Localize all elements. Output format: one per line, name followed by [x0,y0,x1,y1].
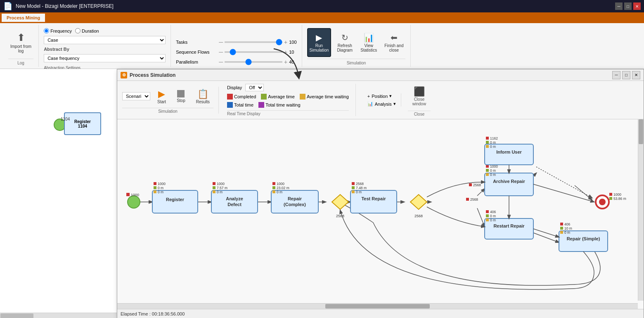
modal-title: ⚙ Process Simulation [121,72,175,78]
duration-radio-label[interactable]: Duration [75,28,99,33]
pm-scroll-thumb [0,313,33,318]
modal-minimize[interactable]: ─ [612,71,620,79]
frequency-radio-label[interactable]: Frequency [44,28,72,33]
svg-rect-34 [272,186,275,189]
par-minus[interactable]: ─ [219,59,223,65]
run-simulation-button[interactable]: ▶ RunSimulation [307,28,331,57]
modal-maximize[interactable]: □ [622,71,630,79]
svg-rect-57 [486,141,489,144]
sequence-flows-slider-row: Sequence Flows ─ + 10 [176,49,296,55]
start-label: Start [157,100,166,104]
pm-register-node: Register1104 [64,112,101,135]
svg-rect-44 [352,190,355,193]
svg-line-82 [533,184,594,202]
ribbon-content: ⬆ Import fromlog Log Frequency Duration [0,23,644,69]
duration-radio[interactable] [75,28,80,33]
legend-avg-waiting: Average time waiting [300,94,349,100]
sim-group: Scenari ▶ Start Stop 📋 Results S [122,87,219,114]
import-from-log-button[interactable]: ⬆ Import fromlog [8,28,33,57]
svg-text:0 m: 0 m [490,214,496,218]
seq-plus[interactable]: + [284,49,287,55]
scenario-select[interactable]: Scenari [122,92,150,100]
svg-text:Analyze: Analyze [226,196,243,201]
total-time-color [227,102,233,108]
close-button[interactable]: ✕ [633,2,641,10]
window-title: New Model - Bizagi Modeler [ENTERPRISE] [16,3,114,9]
seq-minus[interactable]: ─ [219,49,223,55]
tasks-plus[interactable]: + [284,39,287,45]
position-label: Position [372,94,388,99]
svg-rect-48 [486,165,489,168]
svg-text:Register: Register [166,197,185,202]
refresh-diagram-button[interactable]: ↻ RefreshDiagram [334,28,355,57]
case-select[interactable]: Case [44,36,166,44]
modal-scrollbar-horizontal[interactable] [117,303,638,309]
svg-rect-28 [213,190,215,193]
tasks-label: Tasks [176,40,217,45]
start-button[interactable]: ▶ Start [154,87,170,106]
sequence-slider[interactable] [225,51,282,53]
log-group-label: Log [8,59,33,65]
legend-row1: Completed Average time Average time wait… [227,94,349,100]
svg-rect-55 [486,137,489,140]
legend-total-waiting: Total time waiting [258,102,300,108]
completed-label: Completed [234,94,256,99]
svg-text:2568: 2568 [356,182,364,186]
status-bar: Elapsed Time : 00:18:36:56.000 [117,309,644,318]
tasks-minus[interactable]: ─ [219,39,223,45]
par-plus[interactable]: + [284,59,287,65]
close-group-label: Close [408,111,431,116]
parallelism-slider-row: Parallelism ─ + 40 [176,59,296,65]
svg-text:Repair (Simple): Repair (Simple) [567,236,600,241]
simulation-items: ▶ RunSimulation ↻ RefreshDiagram 📊 ViewS… [307,26,406,59]
abstract-by-select[interactable]: Case frequency [44,54,166,62]
pm-register-label: Register1104 [74,119,91,128]
ribbon-group-overlay: Frequency Duration Case Abstract By Case… [39,25,171,67]
svg-rect-36 [272,190,275,193]
average-time-label: Average time [268,94,295,99]
modal-scrollbar-vertical[interactable] [638,119,644,301]
minimize-button[interactable]: ─ [615,2,623,10]
svg-rect-52 [486,173,489,176]
ribbon-group-simulation: ▶ RunSimulation ↻ RefreshDiagram 📊 ViewS… [302,25,411,67]
modal-title-bar: ⚙ Process Simulation ─ □ ✕ [117,69,644,81]
stop-button[interactable]: Stop [173,88,189,105]
finish-close-button[interactable]: ⬅ Finish andclose [382,28,405,57]
frequency-radio[interactable] [44,28,49,33]
pm-scrollbar-h[interactable] [0,313,117,318]
parallelism-label: Parallelism [176,59,217,64]
main-area: Register1104 1104 ⚙ Process Simulation ─… [0,69,644,318]
analysis-icon: 📊 [367,101,373,107]
close-window-button[interactable]: ⬛ Closewindow [408,83,431,109]
legend-completed: Completed [227,94,256,100]
svg-rect-26 [213,186,215,189]
scroll-thumb-h [325,304,429,309]
display-select[interactable]: Off [245,84,264,91]
modal-close[interactable]: ✕ [632,71,640,79]
svg-text:0 m: 0 m [158,186,163,190]
position-button[interactable]: + Position ▾ [367,93,396,99]
gateway2 [410,195,427,209]
ribbon-group-sliders: Tasks ─ + 100 Sequence Flows ─ + 10 Para… [171,25,302,67]
svg-rect-73 [560,231,563,234]
tasks-slider[interactable] [225,41,282,43]
analysis-button[interactable]: 📊 Analysis ▾ [367,101,396,107]
legend-total-time: Total time [227,102,253,108]
view-statistics-button[interactable]: 📊 ViewStatistics [358,28,379,57]
finish-label: Finish andclose [384,43,403,52]
pm-panel: Register1104 1104 [0,69,118,318]
svg-text:Restart Repair: Restart Repair [493,223,525,228]
svg-rect-69 [560,223,563,225]
elapsed-value: 00:18:36:56.000 [152,311,185,316]
close-window-icon: ⬛ [414,86,425,97]
results-button[interactable]: 📋 Results [192,87,213,106]
parallelism-slider[interactable] [225,61,282,63]
tab-process-mining[interactable]: Process Mining [2,14,45,22]
svg-text:(Complex): (Complex) [284,202,306,207]
sim-buttons: Scenari ▶ Start Stop 📋 Results [122,87,213,106]
svg-rect-18 [154,186,156,189]
title-bar: 📄 New Model - Bizagi Modeler [ENTERPRISE… [0,0,644,12]
maximize-button[interactable]: □ [624,2,632,10]
sliders: Tasks ─ + 100 Sequence Flows ─ + 10 Para… [176,26,296,65]
svg-rect-78 [609,197,612,200]
